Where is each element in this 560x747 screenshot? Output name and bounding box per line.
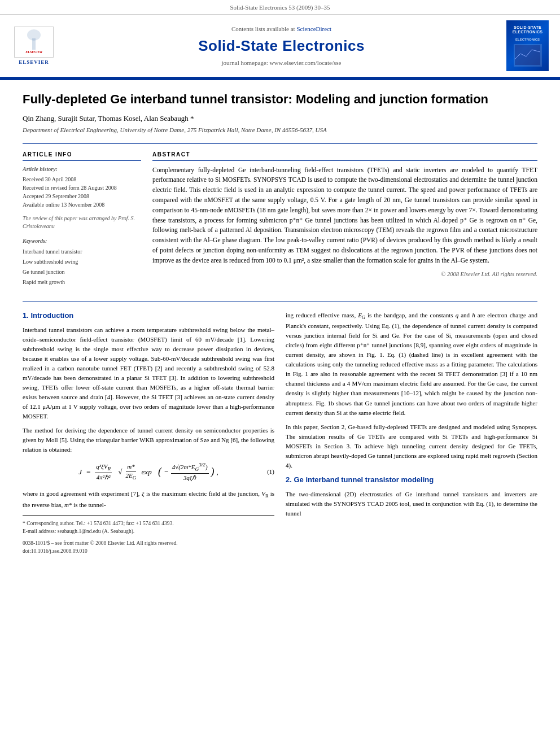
affiliation: Department of Electrical Engineering, Un… — [23, 126, 537, 134]
footnote-corresponding: * Corresponding author. Tel.: +1 574 631… — [23, 519, 274, 527]
accepted-date: Accepted 29 September 2008 — [23, 192, 141, 200]
copyright: © 2008 Elsevier Ltd. All rights reserved… — [152, 270, 537, 279]
svg-text:ELSEVIER: ELSEVIER — [25, 50, 42, 54]
footnote-doi: doi:10.1016/j.sse.2008.09.010 — [23, 547, 274, 555]
keywords-group: Keywords: Interband tunnel transistor Lo… — [23, 237, 141, 287]
sciencedirect-link: Contents lists available at ScienceDirec… — [63, 25, 500, 33]
section2-heading: 2. Ge interband tunnel transistor modeli… — [286, 475, 537, 485]
abstract-label: ABSTRACT — [152, 151, 537, 161]
section1-para2: The method for deriving the dependence o… — [23, 426, 274, 455]
equation-1: J = q³ξVR 4π²ℏ² √ m* 2EG exp ( — [23, 461, 274, 482]
section-divider-top — [23, 143, 537, 144]
review-note: The review of this paper was arranged by… — [23, 215, 141, 230]
section2-text: The two-dimensional (2D) electrostatics … — [286, 490, 537, 518]
elsevier-logo: ELSEVIER ELSEVIER — [11, 27, 56, 66]
footnote-email: E-mail address: seabaugh.1@nd.edu (A. Se… — [23, 527, 274, 535]
authors: Qin Zhang, Surajit Sutar, Thomas Kosel, … — [23, 113, 537, 124]
article-info-col: ARTICLE INFO Article history: Received 3… — [23, 151, 141, 293]
revised-date: Received in revised form 28 August 2008 — [23, 184, 141, 192]
journal-title: Solid-State Electronics — [63, 36, 500, 56]
equation-label: (1) — [267, 468, 274, 476]
abstract-col: ABSTRACT Complementary fully-depleted Ge… — [152, 151, 537, 293]
article-history: Article history: Received 30 April 2008 … — [23, 165, 141, 209]
paper-content: Fully-depleted Ge interband tunnel trans… — [0, 80, 560, 566]
journal-header: ELSEVIER ELSEVIER Contents lists availab… — [0, 15, 560, 78]
keywords-list: Interband tunnel transistor Low subthres… — [23, 247, 141, 287]
body-left-col: 1. Introduction Interband tunnel transis… — [23, 311, 274, 555]
journal-center: Contents lists available at ScienceDirec… — [63, 25, 500, 67]
elsevier-logo-box: ELSEVIER — [14, 27, 54, 58]
footnote-issn: 0038-1101/$ – see front matter © 2008 El… — [23, 539, 274, 547]
abstract-text: Complementary fully-depleted Ge interban… — [152, 165, 537, 266]
body-divider — [23, 302, 537, 302]
article-info-abstract: ARTICLE INFO Article history: Received 3… — [23, 151, 537, 293]
section1-right-para1: ing reduced effective mass, EG is the ba… — [286, 311, 537, 418]
body-columns: 1. Introduction Interband tunnel transis… — [23, 311, 537, 555]
available-date: Available online 13 November 2008 — [23, 200, 141, 209]
journal-homepage: journal homepage: www.elsevier.com/locat… — [63, 59, 500, 67]
section1-heading: 1. Introduction — [23, 311, 274, 321]
journal-reference: Solid-State Electronics 53 (2009) 30–35 — [0, 0, 560, 15]
footnotes: * Corresponding author. Tel.: +1 574 631… — [23, 516, 274, 555]
sciencedirect-anchor[interactable]: ScienceDirect — [296, 25, 331, 32]
body-right-col: ing reduced effective mass, EG is the ba… — [286, 311, 537, 555]
section1-after-eq: where in good agreement with experiment … — [23, 489, 274, 510]
svg-rect-2 — [32, 38, 36, 50]
paper-title: Fully-depleted Ge interband tunnel trans… — [23, 91, 537, 108]
journal-cover: SOLID-STATE ELECTRONICS ELECTRONICS — [506, 20, 549, 71]
article-info-label: ARTICLE INFO — [23, 151, 141, 161]
section1-right-para2: In this paper, Section 2, Ge-based fully… — [286, 422, 537, 470]
received-date: Received 30 April 2008 — [23, 175, 141, 184]
section1-para1: Interband tunnel transistors can achieve… — [23, 325, 274, 421]
